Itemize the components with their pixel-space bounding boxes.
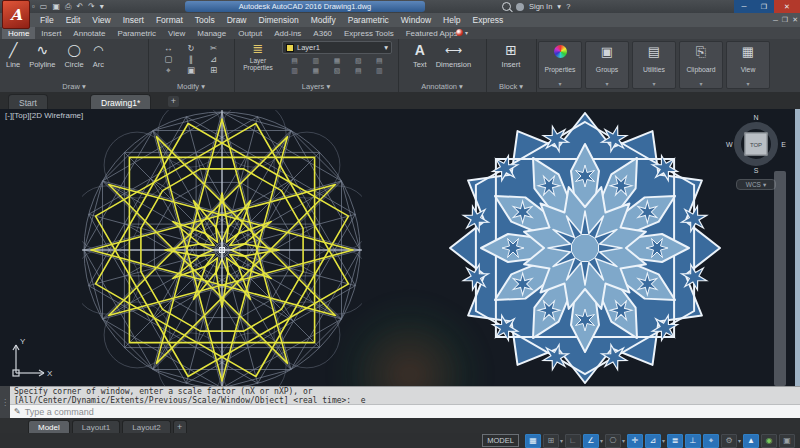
close-button[interactable]: ✕ (774, 0, 800, 13)
panel-view[interactable]: ▦ View ▾ (726, 41, 770, 89)
stretch-tool-icon[interactable]: ⌖ (160, 65, 177, 76)
interface-toggle-caret-icon[interactable]: ▾ (465, 29, 468, 36)
tab-layout1[interactable]: Layout1 (72, 420, 120, 433)
new-layout-button[interactable]: + (173, 420, 187, 433)
panel-block-footer[interactable]: Block ▾ (486, 82, 536, 91)
menu-modify[interactable]: Modify (305, 15, 342, 25)
dimension-tool[interactable]: ⟷ Dimension (436, 42, 471, 69)
new-button[interactable]: ▫ (32, 2, 35, 11)
panel-layers-footer[interactable]: Layers ▾ (234, 82, 398, 91)
layer-tool-icon[interactable]: ▤ (371, 57, 388, 65)
annotation-visibility-toggle[interactable]: ▲ (743, 434, 759, 448)
doc-close-button[interactable]: ✕ (792, 16, 798, 24)
drawing-canvas[interactable]: [-][Top][2D Wireframe] N S W E TOP WCS▾ … (0, 109, 800, 386)
layer-properties-button[interactable]: ≣ Layer Properties (238, 41, 278, 76)
panel-groups[interactable]: ▣ Groups ▾ (585, 41, 629, 89)
object-snap-toggle[interactable]: ⊿ (645, 434, 661, 448)
minimize-button[interactable]: ─ (734, 0, 754, 13)
isolate-objects-toggle[interactable]: ◉ (761, 434, 777, 448)
wcs-dropdown[interactable]: WCS▾ (736, 179, 776, 190)
tab-view[interactable]: View (162, 27, 191, 39)
text-tool[interactable]: A Text (413, 42, 427, 69)
tab-annotate[interactable]: Annotate (67, 27, 111, 39)
viewcube-top-face[interactable]: TOP (745, 133, 768, 156)
vertical-scrollbar[interactable] (774, 171, 786, 386)
panel-modify-footer[interactable]: Modify ▾ (148, 82, 234, 91)
tab-manage[interactable]: Manage (191, 27, 232, 39)
layer-tool-icon[interactable]: ▧ (328, 67, 345, 75)
array-tool-icon[interactable]: ⊞ (205, 65, 222, 76)
ortho-toggle[interactable]: ∟ (565, 434, 581, 448)
plot-button[interactable]: ⎙ (65, 2, 71, 12)
tab-parametric[interactable]: Parametric (111, 27, 162, 39)
insert-block-tool[interactable]: ⊞ Insert (502, 42, 521, 69)
sign-in-button[interactable]: Sign In (529, 2, 552, 11)
app-menu-button[interactable]: A (2, 0, 30, 29)
menu-insert[interactable]: Insert (117, 15, 150, 25)
command-line-grip[interactable]: ⋮ (0, 386, 10, 418)
layer-tool-icon[interactable]: ▧ (350, 57, 367, 65)
save-button[interactable]: ▣ (52, 2, 60, 11)
doc-minimize-button[interactable]: ─ (773, 17, 778, 24)
tab-addins[interactable]: Add-ins (268, 27, 307, 39)
tab-featured-apps[interactable]: Featured Apps (400, 27, 464, 39)
viewcube[interactable]: N S W E TOP (727, 115, 785, 173)
command-input[interactable]: ✎ Type a command (10, 404, 800, 418)
menu-draw[interactable]: Draw (221, 15, 253, 25)
dynamic-input-toggle[interactable]: ⌖ (703, 434, 719, 448)
redo-button[interactable]: ↷ (88, 2, 95, 11)
menu-tools[interactable]: Tools (189, 15, 221, 25)
layer-tool-icon[interactable]: ▤ (350, 67, 367, 75)
menu-edit[interactable]: Edit (60, 15, 87, 25)
tab-a360[interactable]: A360 (307, 27, 338, 39)
tab-express-tools[interactable]: Express Tools (338, 27, 400, 39)
menu-parametric[interactable]: Parametric (342, 15, 395, 25)
menu-window[interactable]: Window (395, 15, 437, 25)
menu-file[interactable]: File (34, 15, 60, 25)
lineweight-toggle[interactable]: ≣ (667, 434, 683, 448)
tab-layout2[interactable]: Layout2 (122, 420, 170, 433)
viewport-controls[interactable]: [-][Top][2D Wireframe] (5, 111, 83, 120)
mirror-tool-icon[interactable]: ∥ (183, 54, 200, 64)
menu-format[interactable]: Format (150, 15, 189, 25)
menu-express[interactable]: Express (467, 15, 510, 25)
dynamic-ucs-toggle[interactable]: ⊥ (685, 434, 701, 448)
right-drawing-filled-pattern[interactable] (449, 112, 721, 384)
panel-draw-footer[interactable]: Draw ▾ (0, 82, 148, 91)
clean-screen-toggle[interactable]: ▣ (779, 434, 795, 448)
fillet-tool-icon[interactable]: ⊿ (205, 54, 222, 64)
tab-model[interactable]: Model (28, 420, 70, 433)
polyline-tool[interactable]: ∿ Polyline (29, 42, 55, 69)
viewcube-north[interactable]: N (753, 114, 758, 121)
trim-tool-icon[interactable]: ✂ (205, 43, 222, 53)
qat-dropdown-icon[interactable]: ▾ (100, 2, 104, 11)
viewcube-south[interactable]: S (754, 167, 759, 174)
tab-output[interactable]: Output (232, 27, 268, 39)
panel-clipboard[interactable]: ⎘ Clipboard ▾ (679, 41, 723, 89)
layer-tool-icon[interactable]: ▥ (371, 67, 388, 75)
file-tab-start[interactable]: Start (8, 94, 48, 110)
object-snap-tracking-toggle[interactable]: ✛ (627, 434, 643, 448)
search-icon[interactable] (502, 2, 511, 11)
move-tool-icon[interactable]: ↔ (160, 43, 177, 53)
panel-properties[interactable]: Properties ▾ (538, 41, 582, 89)
layer-tool-icon[interactable]: ▦ (328, 57, 345, 65)
help-button[interactable]: ? (566, 2, 570, 11)
panel-annotation-footer[interactable]: Annotation ▾ (398, 82, 486, 91)
polar-tracking-toggle[interactable]: ∠ (583, 434, 599, 448)
workspace-switching-toggle[interactable]: ⚙ (721, 434, 737, 448)
layer-dropdown[interactable]: Layer1 ▾ (282, 41, 392, 54)
copy-tool-icon[interactable]: ▢ (160, 54, 177, 64)
menu-view[interactable]: View (86, 15, 116, 25)
left-drawing-construction-pattern[interactable] (82, 110, 362, 386)
restore-button[interactable]: ❐ (754, 0, 774, 13)
menu-help[interactable]: Help (437, 15, 466, 25)
rotate-tool-icon[interactable]: ↻ (183, 43, 200, 53)
line-tool[interactable]: ╱ Line (6, 42, 20, 69)
isometric-drafting-toggle[interactable]: ⎔ (605, 434, 621, 448)
new-drawing-button[interactable]: + (168, 96, 179, 107)
layer-tool-icon[interactable]: ▦ (307, 67, 324, 75)
viewcube-west[interactable]: W (726, 141, 733, 148)
open-button[interactable]: ▭ (40, 2, 48, 11)
snap-mode-toggle[interactable]: ⊞ (543, 434, 559, 448)
